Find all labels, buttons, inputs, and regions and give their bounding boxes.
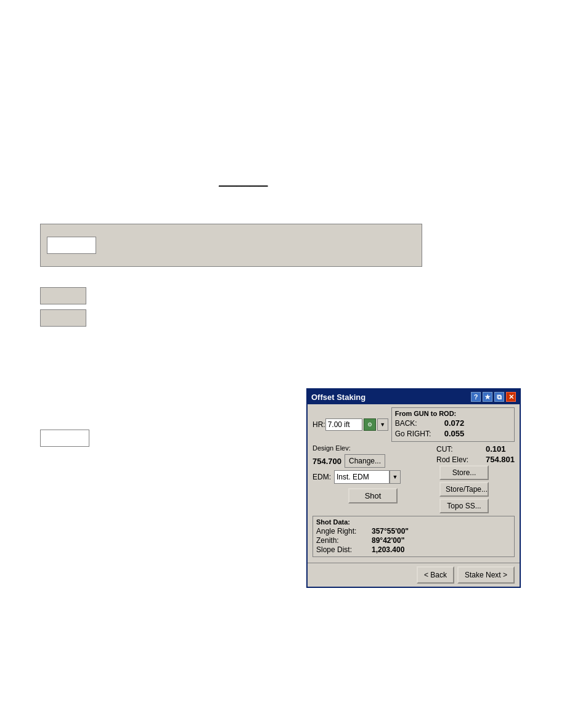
hr-row: HR: ⚙ ▼ From GUN to ROD: BACK: 0.072 Go … — [312, 407, 515, 442]
angle-right-row: Angle Right: 357°55'00" — [316, 527, 511, 536]
design-elev-value-row: 754.700 Change... — [312, 454, 433, 468]
slope-dist-label: Slope Dist: — [316, 545, 372, 554]
back-row: BACK: 0.072 — [395, 418, 511, 428]
change-button[interactable]: Change... — [345, 454, 385, 468]
from-gun-title: From GUN to ROD: — [395, 410, 511, 417]
zenith-label: Zenith: — [316, 536, 372, 545]
slope-dist-row: Slope Dist: 1,203.400 — [316, 545, 511, 554]
slope-dist-value: 1,203.400 — [372, 545, 404, 554]
rod-elev-row: Rod Elev: 754.801 — [436, 455, 515, 464]
back-value: 0.072 — [444, 418, 465, 428]
design-row: Design Elev: 754.700 Change... EDM: ▼ Sh… — [312, 444, 515, 513]
zenith-row: Zenith: 89°42'00" — [316, 536, 511, 545]
shot-row: Shot — [312, 486, 433, 505]
underline-text: ___________ — [219, 177, 268, 187]
shot-data-title: Shot Data: — [316, 518, 511, 526]
edm-row: EDM: ▼ — [312, 470, 433, 484]
edm-input[interactable] — [334, 470, 390, 484]
main-content: ___________ Offset Staking ? ★ ⧉ ✕ HR: — [0, 0, 588, 705]
edm-label: EDM: — [312, 473, 331, 481]
dialog-body: HR: ⚙ ▼ From GUN to ROD: BACK: 0.072 Go … — [308, 404, 520, 560]
back-label: BACK: — [395, 419, 444, 428]
hr-input[interactable] — [325, 418, 362, 431]
dialog-title-bar: Offset Staking ? ★ ⧉ ✕ — [308, 389, 520, 404]
bottom-buttons: < Back Stake Next > — [308, 563, 520, 587]
right-section: CUT: 0.101 Rod Elev: 754.801 Store... St… — [436, 444, 515, 513]
angle-right-value: 357°55'00" — [372, 527, 409, 536]
toolbar-bar — [40, 224, 422, 267]
offset-staking-dialog: Offset Staking ? ★ ⧉ ✕ HR: ⚙ ▼ From GUN … — [306, 388, 521, 588]
cut-label: CUT: — [436, 445, 486, 454]
pin-icon[interactable]: ★ — [483, 392, 492, 402]
shot-button[interactable]: Shot — [348, 488, 398, 503]
rod-elev-label: Rod Elev: — [436, 455, 486, 464]
hr-icon[interactable]: ⚙ — [364, 418, 376, 431]
from-gun-section: From GUN to ROD: BACK: 0.072 Go RIGHT: 0… — [391, 407, 515, 442]
toolbar-button[interactable] — [47, 237, 96, 254]
shot-data-section: Shot Data: Angle Right: 357°55'00" Zenit… — [312, 516, 515, 557]
stake-next-button[interactable]: Stake Next > — [457, 566, 515, 584]
go-right-label: Go RIGHT: — [395, 430, 444, 438]
go-right-value: 0.055 — [444, 429, 465, 438]
copy-icon[interactable]: ⧉ — [494, 392, 504, 402]
small-button-3[interactable] — [40, 430, 89, 447]
angle-right-label: Angle Right: — [316, 527, 372, 536]
design-elev-row: Design Elev: — [312, 444, 433, 452]
right-buttons: Store... Store/Tape... Topo SS... — [439, 465, 515, 513]
dialog-title: Offset Staking — [311, 393, 471, 402]
store-button[interactable]: Store... — [439, 465, 489, 480]
go-right-row: Go RIGHT: 0.055 — [395, 429, 511, 438]
small-button-2[interactable] — [40, 309, 86, 327]
topo-ss-button[interactable]: Topo SS... — [439, 499, 489, 513]
close-icon[interactable]: ✕ — [506, 392, 516, 402]
edm-dropdown[interactable]: ▼ — [390, 470, 401, 484]
design-elev-value: 754.700 — [312, 457, 341, 466]
cut-row: CUT: 0.101 — [436, 444, 515, 454]
store-tape-button[interactable]: Store/Tape... — [439, 482, 489, 497]
design-elev-label: Design Elev: — [312, 444, 351, 452]
rod-elev-value: 754.801 — [486, 455, 515, 464]
help-icon[interactable]: ? — [471, 392, 481, 402]
title-icons: ? ★ ⧉ ✕ — [471, 392, 516, 402]
hr-label: HR: — [312, 420, 325, 429]
cut-value: 0.101 — [486, 444, 506, 454]
small-button-1[interactable] — [40, 287, 86, 304]
back-button[interactable]: < Back — [417, 566, 454, 584]
hr-dropdown[interactable]: ▼ — [377, 418, 388, 431]
zenith-value: 89°42'00" — [372, 536, 404, 545]
left-section: Design Elev: 754.700 Change... EDM: ▼ Sh… — [312, 444, 433, 513]
